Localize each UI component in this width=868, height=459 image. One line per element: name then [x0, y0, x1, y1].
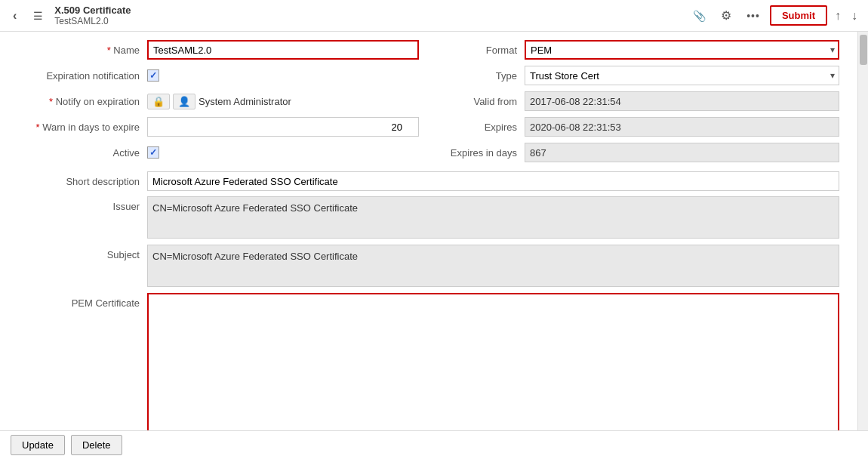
header-title-block: X.509 Certificate TestSAML2.0 — [54, 5, 131, 27]
main-title: X.509 Certificate — [54, 5, 131, 17]
delete-button[interactable]: Delete — [71, 435, 122, 455]
type-select[interactable]: Trust Store Cert Client Auth Server Auth — [525, 66, 839, 85]
scroll-up-button[interactable]: ↑ — [832, 8, 844, 24]
format-label: Format — [426, 45, 525, 56]
type-select-wrapper: Trust Store Cert Client Auth Server Auth — [525, 66, 839, 85]
active-label: Active — [8, 147, 147, 159]
person-icon-button[interactable]: 👤 — [173, 94, 195, 109]
pem-certificate-textarea[interactable] — [147, 293, 839, 430]
attachment-button[interactable]: 📎 — [688, 7, 711, 25]
issuer-textarea: CN=Microsoft Azure Federated SSO Certifi… — [147, 196, 839, 239]
back-button[interactable]: ‹ — [8, 6, 22, 26]
hamburger-button[interactable]: ☰ — [28, 7, 48, 25]
expires-input — [525, 117, 839, 137]
format-select[interactable]: PEM DER PKCS12 — [525, 40, 839, 60]
issuer-label: Issuer — [8, 196, 147, 212]
valid-from-input — [525, 91, 839, 111]
lock-icon-button[interactable]: 🔒 — [147, 94, 170, 109]
scrollbar-thumb[interactable] — [860, 35, 867, 65]
expires-label: Expires — [426, 122, 525, 133]
subject-textarea: CN=Microsoft Azure Federated SSO Certifi… — [147, 245, 839, 287]
notify-on-expiration-label: * Notify on expiration — [8, 96, 147, 107]
active-checkbox-visual[interactable]: ✓ — [147, 146, 159, 159]
name-input[interactable] — [147, 40, 419, 60]
settings-button[interactable]: ⚙ — [716, 5, 737, 26]
update-button[interactable]: Update — [11, 435, 65, 455]
warn-days-label: * Warn in days to expire — [8, 122, 147, 133]
subject-label: Subject — [8, 245, 147, 260]
sub-title: TestSAML2.0 — [54, 16, 131, 26]
pem-certificate-label: PEM Certificate — [8, 293, 147, 309]
expiration-notification-checkbox-visual[interactable]: ✓ — [147, 69, 159, 82]
valid-from-label: Valid from — [426, 96, 525, 107]
expires-in-days-input — [525, 143, 839, 162]
expires-in-days-label: Expires in days — [426, 147, 525, 159]
warn-days-input[interactable] — [147, 117, 419, 137]
format-select-wrapper: PEM DER PKCS12 — [525, 40, 839, 60]
short-description-label: Short description — [8, 176, 147, 187]
type-label: Type — [426, 70, 525, 82]
notify-person-text: System Administrator — [199, 96, 291, 107]
scroll-down-button[interactable]: ↓ — [848, 8, 860, 24]
expiration-notification-label: Expiration notification — [8, 70, 147, 82]
submit-button[interactable]: Submit — [770, 5, 827, 26]
more-button[interactable]: ••• — [741, 7, 765, 25]
name-label: * Name — [8, 45, 147, 56]
short-description-input[interactable] — [147, 171, 839, 191]
